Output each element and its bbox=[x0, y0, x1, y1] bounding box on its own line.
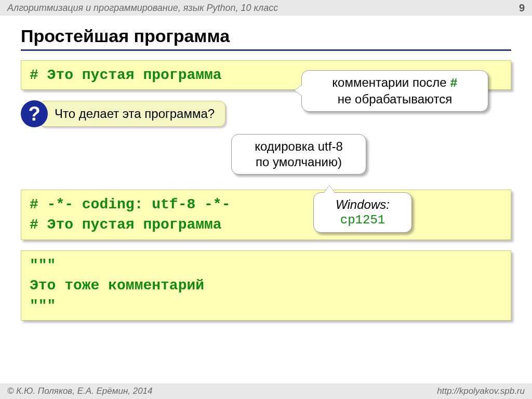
callout-windows-label: Windows: bbox=[322, 197, 403, 212]
code-line: # Это пустая программа bbox=[30, 215, 502, 235]
code-block-2: # -*- coding: utf-8 -*- # Это пустая про… bbox=[21, 190, 511, 240]
callout-line1: кодировка utf-8 bbox=[240, 139, 357, 154]
question-mark: ? bbox=[28, 103, 40, 125]
question-text: Что делает эта программа? bbox=[55, 107, 215, 121]
callout-line2: по умолчанию) bbox=[240, 154, 357, 170]
callout-tail-icon bbox=[324, 185, 335, 193]
callout-line1: комментарии после # bbox=[310, 75, 480, 91]
breadcrumb: Алгоритмизация и программирование, язык … bbox=[7, 3, 278, 14]
code-line: # Это пустая программа bbox=[30, 67, 222, 83]
callout-windows: Windows: cp1251 bbox=[313, 192, 412, 233]
code-line: Это тоже комментарий bbox=[30, 275, 502, 296]
callout-line2: не обрабатываются bbox=[310, 91, 480, 107]
code-line: """ bbox=[30, 296, 502, 316]
header-bar: Алгоритмизация и программирование, язык … bbox=[0, 0, 532, 16]
code-block-3: """ Это тоже комментарий """ bbox=[21, 250, 511, 321]
footer-bar: © К.Ю. Поляков, Е.А. Ерёмин, 2014 http:/… bbox=[0, 383, 532, 399]
footer-right: http://kpolyakov.spb.ru bbox=[437, 386, 525, 396]
page-title: Простейшая программа bbox=[21, 26, 511, 51]
hash-symbol: # bbox=[450, 76, 457, 90]
code-line: """ bbox=[30, 255, 502, 275]
callout-comments: комментарии после # не обрабатываются bbox=[301, 70, 488, 112]
page-number: 9 bbox=[519, 2, 525, 14]
question-icon: ? bbox=[21, 100, 48, 127]
question-bubble: Что делает эта программа? bbox=[38, 101, 225, 127]
slide-content: Простейшая программа # Это пустая програ… bbox=[0, 16, 532, 379]
callout-tail-icon bbox=[295, 85, 302, 96]
callout-encoding: кодировка utf-8 по умолчанию) bbox=[231, 134, 366, 175]
callout-windows-value: cp1251 bbox=[322, 212, 403, 228]
footer-left: © К.Ю. Поляков, Е.А. Ерёмин, 2014 bbox=[7, 386, 153, 396]
callout-text: комментарии после bbox=[332, 75, 450, 89]
code-line: # -*- coding: utf-8 -*- bbox=[30, 194, 502, 215]
